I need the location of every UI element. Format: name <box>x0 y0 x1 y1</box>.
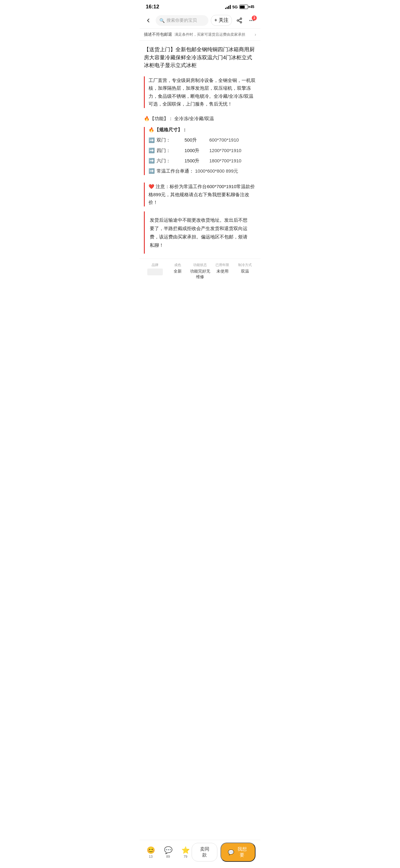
attr-condition-value: 全新 <box>166 269 189 274</box>
notice-emoji: ❤️ <box>148 184 156 189</box>
attr-age[interactable]: 已用年限 未使用 <box>211 262 233 280</box>
attr-condition[interactable]: 成色 全新 <box>166 262 189 280</box>
search-bar[interactable]: 🔍 搜索你要的宝贝 <box>156 15 208 26</box>
attributes-bar: 品牌 成色 全新 功能状态 功能完好无维修 已用年限 未使用 制冷方式 双温 <box>139 258 261 282</box>
attr-brand[interactable]: 品牌 <box>144 262 166 280</box>
attr-brand-box <box>147 269 163 275</box>
share-button[interactable] <box>234 16 244 26</box>
shipping-bordered: 发货后运输途中不能更改收货地址。发出后不想要了，半路拦截或拒收会产生发货和退货双… <box>144 211 256 254</box>
attr-brand-label: 品牌 <box>144 262 166 267</box>
spec-vol-2: 1000升 <box>185 147 209 155</box>
svg-point-6 <box>251 20 252 21</box>
return-policy-banner[interactable]: 描述不符包邮退 满足条件时，买家可退货且运费由卖家承担 › <box>139 28 261 41</box>
attr-cooling-value: 双温 <box>234 269 256 274</box>
notice-text: ❤️ 注意：标价为常温工作台600*700*1910常温款价格899元，其他规格… <box>148 183 256 207</box>
attr-function-label: 功能状态 <box>189 262 211 267</box>
shipping-section: 发货后运输途中不能更改收货地址。发出后不想要了，半路拦截或拒收会产生发货和退货双… <box>139 209 261 258</box>
main-desc-text: 工厂直营，专业级厨房制冷设备，全钢全铜，一机双核，加厚隔热层，加厚发泡层，双压缩… <box>148 76 256 108</box>
spec-dim-1: 600*700*1910 <box>209 136 239 144</box>
svg-point-5 <box>249 20 251 21</box>
spec-vol-1: 500升 <box>185 136 209 144</box>
follow-button[interactable]: + 关注 <box>211 15 232 26</box>
return-arrow-icon: › <box>255 32 256 37</box>
spec-title: 🔥【规格尺寸】： <box>148 127 256 133</box>
spec-arrow-icon-1: ➡️ <box>148 136 155 144</box>
back-button[interactable] <box>143 16 153 26</box>
main-description-section: 工厂直营，专业级厨房制冷设备，全钢全铜，一机双核，加厚隔热层，加厚发泡层，双压缩… <box>139 76 261 108</box>
spec-row-3: ➡️ 六门： 1500升 1800*700*1910 <box>148 156 256 165</box>
function-row: 🔥【功能】： 全冷冻/全冷藏/双温 <box>144 114 256 123</box>
follow-label: + 关注 <box>214 17 229 24</box>
spec-row-2: ➡️ 四门： 1000升 1200*700*1910 <box>148 146 256 155</box>
battery-icon: 45 <box>239 5 254 9</box>
nav-bar: 🔍 搜索你要的宝贝 + 关注 3 <box>139 12 261 28</box>
spec-arrow-icon-4: ➡️ <box>148 167 155 175</box>
notice-content: 注意：标价为常温工作台600*700*1910常温款价格899元，其他规格请点右… <box>148 184 255 205</box>
main-desc-bordered: 工厂直营，专业级厨房制冷设备，全钢全铜，一机双核，加厚隔热层，加厚发泡层，双压缩… <box>144 76 256 108</box>
return-desc: 满足条件时，买家可退货且运费由卖家承担 <box>174 32 252 37</box>
spec-dim-3: 1800*700*1910 <box>209 157 241 165</box>
battery-level: 45 <box>250 5 254 9</box>
status-time: 16:12 <box>146 4 159 10</box>
spec-vol-3: 1500升 <box>185 157 209 165</box>
attr-age-value: 未使用 <box>211 269 233 274</box>
search-icon: 🔍 <box>159 18 165 23</box>
return-tag: 描述不符包邮退 <box>144 32 172 37</box>
spec-arrow-icon-2: ➡️ <box>148 146 155 155</box>
notice-bordered: ❤️ 注意：标价为常温工作台600*700*1910常温款价格899元，其他规格… <box>144 183 256 207</box>
notification-badge: 3 <box>252 16 257 21</box>
function-section: 🔥【功能】： 全冷冻/全冷藏/双温 <box>139 112 261 125</box>
more-button[interactable]: 3 <box>247 16 257 26</box>
signal-icon <box>225 5 231 9</box>
spec-name-1: 双门： <box>157 136 185 144</box>
attr-cooling-label: 制冷方式 <box>234 262 256 267</box>
shipping-text: 发货后运输途中不能更改收货地址。发出后不想要了，半路拦截或拒收会产生发货和退货双… <box>150 216 252 249</box>
attr-cooling[interactable]: 制冷方式 双温 <box>234 262 256 280</box>
product-title-section: 【送货上门】全新包邮全钢纯铜四门冰箱商用厨房大容量冷藏保鲜全冷冻双温六门4门冰柜… <box>139 41 261 73</box>
spec-section: 🔥【规格尺寸】： ➡️ 双门： 500升 600*700*1910 ➡️ 四门：… <box>139 125 261 180</box>
status-bar: 16:12 5G 45 <box>139 0 261 12</box>
network-type: 5G <box>232 5 237 9</box>
search-input[interactable]: 搜索你要的宝贝 <box>167 18 197 23</box>
spec-dim-4: 1000*600*800 899元 <box>195 167 238 175</box>
svg-line-3 <box>238 21 240 22</box>
function-value: 全冷冻/全冷藏/双温 <box>174 114 214 123</box>
spec-bordered: 🔥【规格尺寸】： ➡️ 双门： 500升 600*700*1910 ➡️ 四门：… <box>144 127 256 176</box>
attr-function[interactable]: 功能状态 功能完好无维修 <box>189 262 211 280</box>
status-icons: 5G 45 <box>225 5 254 9</box>
notice-section: ❤️ 注意：标价为常温工作台600*700*1910常温款价格899元，其他规格… <box>139 180 261 209</box>
svg-line-4 <box>238 19 240 20</box>
spec-name-2: 四门： <box>157 147 185 155</box>
attr-function-value: 功能完好无维修 <box>189 269 211 280</box>
spec-name-3: 六门： <box>157 157 185 165</box>
spec-name-4: 常温工作台单通： <box>157 167 194 175</box>
spec-arrow-icon-3: ➡️ <box>148 156 155 165</box>
attr-condition-label: 成色 <box>166 262 189 267</box>
product-title: 【送货上门】全新包邮全钢纯铜四门冰箱商用厨房大容量冷藏保鲜全冷冻双温六门4门冰柜… <box>144 45 256 69</box>
spec-row-4: ➡️ 常温工作台单通： 1000*600*800 899元 <box>148 167 256 175</box>
attr-age-label: 已用年限 <box>211 262 233 267</box>
spec-dim-2: 1200*700*1910 <box>209 147 241 155</box>
function-label: 🔥【功能】： <box>144 114 173 123</box>
spec-row-1: ➡️ 双门： 500升 600*700*1910 <box>148 136 256 144</box>
